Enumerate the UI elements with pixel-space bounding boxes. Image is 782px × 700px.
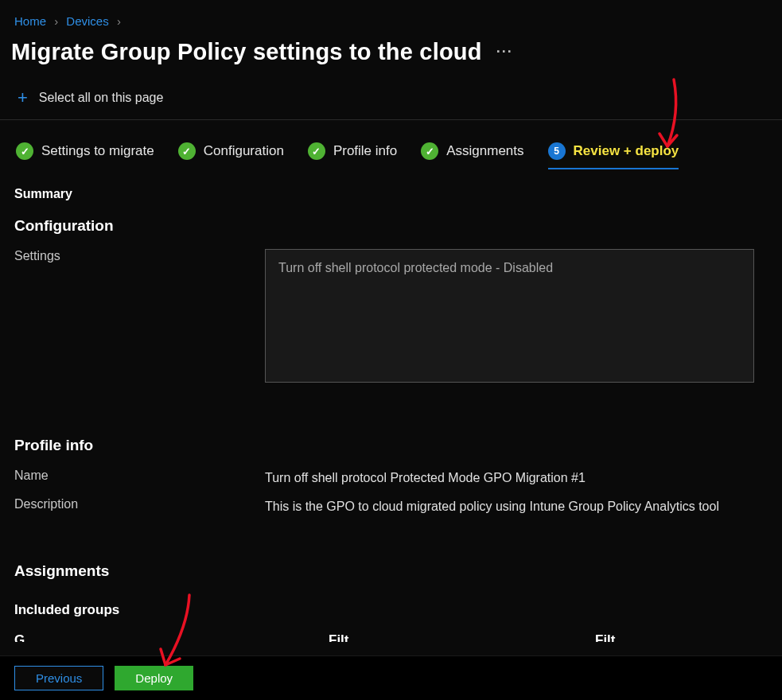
check-icon: ✓	[308, 142, 325, 160]
breadcrumb-separator: ›	[117, 14, 121, 28]
step-profile-info[interactable]: ✓ Profile info	[308, 142, 397, 160]
profile-info-heading: Profile info	[14, 437, 768, 454]
step-label: Settings to migrate	[41, 143, 154, 159]
configuration-heading: Configuration	[14, 217, 768, 235]
included-groups-heading: Included groups	[14, 602, 768, 618]
breadcrumb-home[interactable]: Home	[14, 14, 46, 28]
page-title: Migrate Group Policy settings to the clo…	[0, 34, 782, 80]
settings-value-text: Turn off shell protocol protected mode -…	[278, 261, 553, 274]
check-icon: ✓	[421, 142, 438, 160]
assignments-heading: Assignments	[14, 562, 768, 580]
step-number-badge: 5	[548, 142, 566, 160]
name-value: Turn off shell protocol Protected Mode G…	[265, 469, 586, 488]
table-col: Filt	[329, 632, 595, 642]
step-configuration[interactable]: ✓ Configuration	[178, 142, 284, 160]
previous-button[interactable]: Previous	[14, 666, 103, 690]
plus-icon: +	[18, 89, 28, 107]
step-settings-to-migrate[interactable]: ✓ Settings to migrate	[16, 142, 154, 160]
breadcrumb: Home › Devices ›	[0, 0, 782, 34]
breadcrumb-devices[interactable]: Devices	[66, 14, 108, 28]
description-label: Description	[14, 497, 265, 511]
page-title-text: Migrate Group Policy settings to the clo…	[11, 39, 482, 65]
check-icon: ✓	[178, 142, 196, 160]
breadcrumb-separator: ›	[54, 14, 58, 28]
step-assignments[interactable]: ✓ Assignments	[421, 142, 523, 160]
table-col: Filt	[595, 632, 616, 642]
step-label: Review + deploy	[574, 143, 679, 159]
wizard-steps: ✓ Settings to migrate ✓ Configuration ✓ …	[0, 120, 782, 169]
select-all-row[interactable]: + Select all on this page	[0, 80, 782, 120]
step-label: Profile info	[333, 143, 397, 159]
name-label: Name	[14, 469, 265, 483]
step-review-deploy[interactable]: 5 Review + deploy	[548, 142, 679, 169]
step-label: Configuration	[204, 143, 284, 159]
step-label: Assignments	[446, 143, 523, 159]
check-icon: ✓	[16, 142, 33, 160]
table-header-row: G Filt Filt	[14, 632, 768, 642]
description-value: This is the GPO to cloud migrated policy…	[265, 497, 719, 516]
deploy-button[interactable]: Deploy	[115, 666, 193, 690]
summary-heading: Summary	[14, 187, 768, 201]
footer-buttons: Previous Deploy	[0, 655, 782, 700]
settings-value-box: Turn off shell protocol protected mode -…	[265, 249, 754, 383]
more-options-icon[interactable]: ···	[496, 44, 513, 60]
settings-label: Settings	[14, 249, 265, 263]
select-all-label: Select all on this page	[39, 91, 164, 105]
table-col: G	[14, 632, 329, 642]
